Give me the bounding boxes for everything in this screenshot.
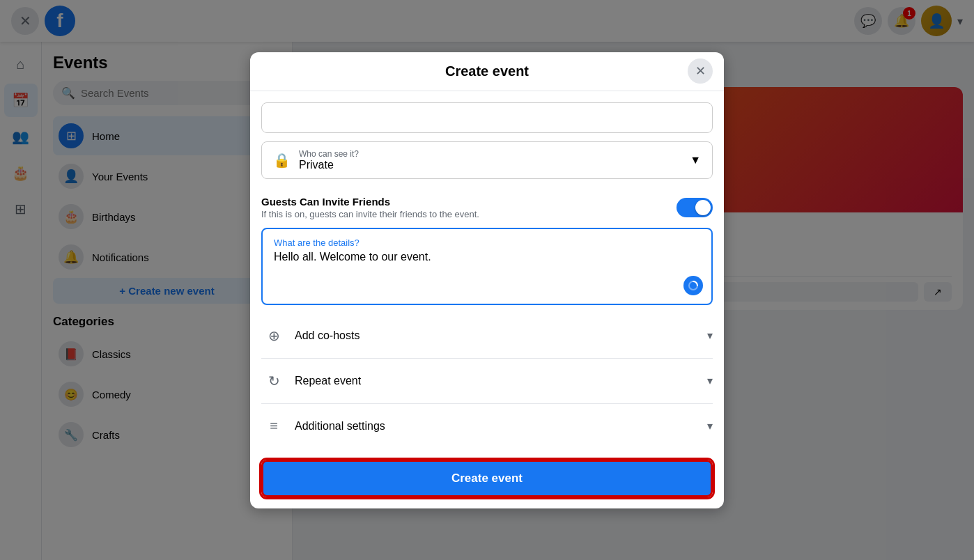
close-icon: ✕ [695,63,706,79]
toggle-knob [695,200,711,215]
settings-icon: ≡ [261,414,286,439]
modal-title: Create event [445,63,529,79]
repeat-icon: ↻ [261,368,286,394]
guests-invite-row: Guests Can Invite Friends If this is on,… [261,187,713,228]
settings-chevron: ▾ [707,419,713,433]
create-event-button[interactable]: Create event [261,460,713,497]
modal-close-button[interactable]: ✕ [688,59,713,84]
cohosts-chevron: ▾ [707,329,713,342]
loading-spinner [683,276,703,295]
privacy-select[interactable]: 🔒 Who can see it? Private ▼ [261,141,713,179]
modal-body: 🔒 Who can see it? Private ▼ Guests Can I… [250,91,724,508]
add-cohosts-row[interactable]: ⊕ Add co-hosts ▾ [261,313,713,359]
details-textarea[interactable]: Hello all. Welcome to our event. [274,251,700,293]
repeat-chevron: ▾ [707,374,713,387]
add-cohosts-icon: ⊕ [261,323,286,348]
create-event-modal: Create event ✕ 🔒 Who can see it? Private… [250,52,724,508]
additional-settings-row[interactable]: ≡ Additional settings ▾ [261,404,713,449]
modal-overlay[interactable]: Create event ✕ 🔒 Who can see it? Private… [0,0,974,560]
expand-rows: ⊕ Add co-hosts ▾ ↻ Repeat event ▾ ≡ Addi… [261,313,713,449]
details-textarea-wrapper: What are the details? Hello all. Welcome… [261,228,713,305]
repeat-event-row[interactable]: ↻ Repeat event ▾ [261,359,713,404]
privacy-dropdown-icon: ▼ [690,154,701,166]
privacy-row: 🔒 Who can see it? Private ▼ [261,141,713,179]
guests-invite-toggle[interactable] [677,198,713,217]
lock-icon: 🔒 [273,152,291,169]
hidden-fields-hint [261,102,713,133]
modal-header: Create event ✕ [250,52,724,91]
